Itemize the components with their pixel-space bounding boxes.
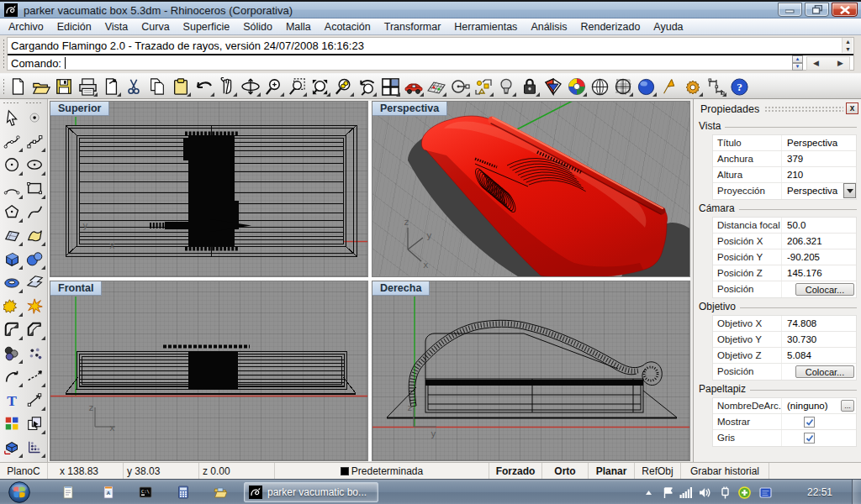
explode-tool-icon[interactable] — [25, 297, 45, 317]
menu-item-solido[interactable]: Sólido — [236, 19, 279, 34]
statusbar-toggle-grabarhistorial[interactable]: Grabar historial — [681, 463, 769, 479]
property-value[interactable]: 74.808 — [782, 316, 856, 331]
action-center-tray-icon[interactable] — [662, 486, 674, 499]
property-value[interactable]: 30.730 — [782, 332, 856, 347]
menu-item-ayuda[interactable]: Ayuda — [647, 19, 689, 34]
command-history[interactable]: Cargando Flamingo 2.0 - Trazado de rayos… — [8, 38, 853, 53]
notepad-icon[interactable] — [61, 486, 75, 499]
wordpad-icon[interactable]: A — [102, 486, 115, 499]
property-value[interactable]: 379 — [782, 151, 856, 166]
property-value[interactable]: 5.084 — [782, 348, 856, 363]
checkbox[interactable] — [804, 417, 815, 428]
viewport-perspectiva[interactable]: z y x Perspectiva — [372, 101, 690, 277]
viewport-tab-superior[interactable]: Superior — [50, 102, 109, 116]
chamfer-tool-icon[interactable] — [25, 320, 45, 340]
sphere-wireframe-icon[interactable] — [589, 76, 610, 97]
statusbar-layer[interactable]: Predeterminada — [275, 463, 489, 479]
browse-button[interactable]: ... — [841, 400, 854, 412]
light-icon[interactable] — [496, 76, 516, 97]
scroll-up-icon[interactable]: ▲ — [843, 38, 853, 45]
menu-item-transformar[interactable]: Transformar — [378, 19, 448, 34]
copy-icon[interactable] — [147, 76, 167, 97]
print-icon[interactable] — [77, 76, 98, 97]
property-value[interactable]: 50.0 — [782, 218, 856, 233]
property-value[interactable]: Perspectiva — [782, 135, 856, 150]
torus-tool-icon[interactable] — [3, 273, 23, 293]
colocar-button[interactable]: Colocar... — [795, 365, 854, 378]
sphere-tool-icon[interactable] — [25, 249, 45, 270]
properties-close-icon[interactable]: x — [846, 102, 858, 114]
menu-item-herramientas[interactable]: Herramientas — [447, 19, 524, 34]
named-views-icon[interactable] — [404, 76, 424, 97]
menu-item-archivo[interactable]: Archivo — [2, 19, 50, 34]
zoom-previous-icon[interactable] — [357, 76, 377, 97]
spin-down-icon[interactable]: ▼ — [792, 63, 803, 71]
viewport-tab-perspectiva[interactable]: Perspectiva — [372, 102, 447, 116]
copy-stack-tool-icon[interactable] — [25, 414, 45, 434]
export-icon[interactable] — [101, 76, 121, 97]
layer-tiles-tool-icon[interactable] — [3, 414, 23, 434]
scroll-down-icon[interactable]: ▼ — [843, 45, 853, 53]
freeform-curve-tool-icon[interactable] — [25, 202, 45, 223]
statusbar-toggle-orto[interactable]: Orto — [542, 463, 589, 479]
snap-settings-icon[interactable] — [473, 76, 494, 97]
dropdown-button[interactable] — [843, 183, 856, 198]
color-wheel-icon[interactable] — [567, 76, 587, 97]
statusbar-toggle-planar[interactable]: Planar — [589, 463, 635, 479]
arc-tool-icon[interactable] — [3, 179, 23, 199]
start-button[interactable] — [8, 481, 30, 503]
restore-button[interactable] — [805, 3, 829, 17]
array-tool-icon[interactable] — [25, 438, 45, 458]
menu-item-vista[interactable]: Vista — [98, 19, 135, 34]
nav-back-icon[interactable]: ◀ — [813, 59, 819, 67]
offset-tool-icon[interactable] — [25, 344, 45, 364]
orbit-icon[interactable] — [240, 76, 261, 97]
point-edit-tool-icon[interactable] — [25, 391, 45, 411]
paste-icon[interactable] — [171, 76, 191, 97]
boolean-union-tool-icon[interactable] — [3, 297, 23, 317]
menu-item-superficie[interactable]: Superficie — [177, 19, 237, 34]
viewport-frontal[interactable]: z x Frontal — [50, 281, 368, 461]
language-tray-icon[interactable] — [759, 486, 772, 499]
dock-grip[interactable] — [3, 39, 5, 70]
help-icon[interactable]: ? — [729, 76, 749, 97]
safely-remove-tray-icon[interactable] — [719, 486, 732, 499]
viewport-tab-frontal[interactable]: Frontal — [50, 281, 102, 296]
mesh-settings-icon[interactable] — [426, 76, 446, 97]
osnap-icon[interactable] — [450, 76, 470, 97]
calculator-icon[interactable] — [177, 486, 190, 499]
polygon-tool-icon[interactable] — [3, 202, 23, 223]
save-file-icon[interactable] — [54, 76, 74, 97]
curve-control-tool-icon[interactable] — [25, 132, 45, 152]
nav-forward-icon[interactable]: ▶ — [837, 59, 843, 67]
minimize-button[interactable] — [778, 3, 802, 17]
zoom-in-icon[interactable] — [264, 76, 284, 97]
viewport-derecha[interactable]: z y Derecha — [372, 281, 690, 461]
property-value[interactable]: -90.205 — [782, 249, 856, 265]
curve-interpolate-tool-icon[interactable] — [3, 132, 23, 152]
surface-plane-tool-icon[interactable] — [3, 226, 23, 246]
taskbar-clock[interactable]: 22:51 — [807, 486, 832, 498]
spin-up-icon[interactable]: ▲ — [792, 55, 803, 63]
rhino-app-icon[interactable] — [4, 3, 18, 17]
box-tool-icon[interactable] — [3, 249, 23, 270]
taskbar-app-button[interactable]: parker vacumatic bo... — [244, 482, 378, 502]
fillet-tool-icon[interactable] — [3, 320, 23, 340]
properties-grip[interactable] — [764, 106, 843, 113]
history-scrollbar[interactable]: ▲ ▼ — [842, 38, 853, 53]
sphere-grid-icon[interactable] — [613, 76, 633, 97]
explorer-icon[interactable] — [214, 486, 227, 499]
pan-icon[interactable] — [217, 76, 237, 97]
render-icon[interactable] — [637, 76, 657, 97]
network-tray-icon[interactable] — [679, 486, 692, 499]
point-tool-icon[interactable] — [25, 108, 45, 129]
palette-grip-right[interactable] — [25, 102, 42, 104]
zoom-extents-icon[interactable] — [310, 76, 330, 97]
blend-tool-icon[interactable] — [3, 344, 23, 364]
extend-tool-icon[interactable] — [25, 367, 45, 387]
statusbar-cplane[interactable]: PlanoC — [0, 463, 48, 479]
command-prompt-icon[interactable]: C:\ — [139, 486, 152, 499]
palette-grip-left[interactable] — [3, 102, 19, 104]
command-input-row[interactable]: Comando: ▲ ▼ ◀ ▶ — [8, 55, 853, 71]
cut-icon[interactable] — [124, 76, 144, 97]
